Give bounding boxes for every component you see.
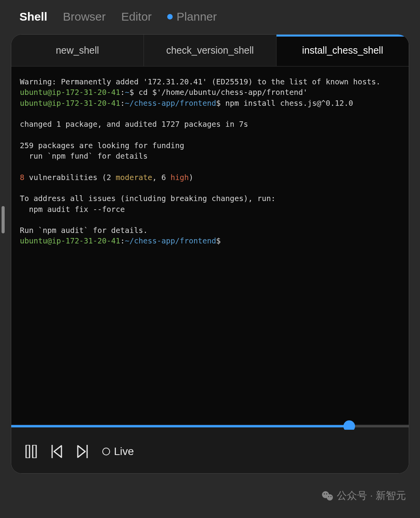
wechat-icon xyxy=(321,490,334,502)
tab-planner[interactable]: Planner xyxy=(167,10,217,23)
live-button[interactable]: Live xyxy=(102,445,134,458)
playback-progress-fill xyxy=(11,425,349,427)
scroll-indicator[interactable] xyxy=(2,206,5,233)
svg-point-6 xyxy=(324,493,325,494)
planner-activity-dot-icon xyxy=(167,14,173,19)
svg-rect-0 xyxy=(26,445,30,458)
live-circle-icon xyxy=(102,448,110,455)
shell-tab-bar: new_shellcheck_version_shellinstall_ches… xyxy=(11,35,409,66)
watermark-text: 公众号 · 新智元 xyxy=(337,489,406,502)
tab-browser[interactable]: Browser xyxy=(63,10,106,23)
shell-tab-new_shell[interactable]: new_shell xyxy=(11,35,144,66)
terminal-panel: new_shellcheck_version_shellinstall_ches… xyxy=(11,34,409,474)
terminal-line xyxy=(20,183,400,193)
terminal-line: run `npm fund` for details xyxy=(20,151,400,161)
terminal-line: ubuntu@ip-172-31-20-41:~$ cd $'/home/ubu… xyxy=(20,87,400,98)
skip-forward-icon[interactable] xyxy=(77,445,88,458)
terminal-line xyxy=(20,108,400,119)
terminal-line: 259 packages are looking for funding xyxy=(20,140,400,151)
terminal-line: ubuntu@ip-172-31-20-41:~/chess-app/front… xyxy=(20,236,400,246)
playback-progress-track[interactable] xyxy=(11,425,409,427)
terminal-line: Warning: Permanently added '172.31.20.41… xyxy=(20,77,400,87)
live-label: Live xyxy=(114,445,134,458)
terminal-line xyxy=(20,130,400,140)
top-tab-bar: Shell Browser Editor Planner xyxy=(0,0,420,30)
skip-back-icon[interactable] xyxy=(51,445,63,458)
terminal-output[interactable]: Warning: Permanently added '172.31.20.41… xyxy=(11,66,409,424)
terminal-line: changed 1 package, and audited 1727 pack… xyxy=(20,119,400,130)
tab-planner-label: Planner xyxy=(177,10,217,23)
terminal-line: npm audit fix --force xyxy=(20,204,400,215)
tab-editor[interactable]: Editor xyxy=(121,10,152,23)
svg-point-5 xyxy=(327,494,333,500)
tab-shell[interactable]: Shell xyxy=(19,10,47,23)
shell-tab-check_version_shell[interactable]: check_version_shell xyxy=(144,35,276,66)
terminal-line: ubuntu@ip-172-31-20-41:~/chess-app/front… xyxy=(20,98,400,108)
terminal-line xyxy=(20,215,400,225)
svg-point-7 xyxy=(326,493,327,494)
shell-tab-install_chess_shell[interactable]: install_chess_shell xyxy=(276,35,409,66)
svg-rect-1 xyxy=(33,445,36,458)
watermark: 公众号 · 新智元 xyxy=(321,489,406,502)
svg-point-9 xyxy=(331,496,332,497)
terminal-line: Run `npm audit` for details. xyxy=(20,225,400,236)
terminal-line xyxy=(20,161,400,172)
svg-point-8 xyxy=(328,496,329,497)
pause-icon[interactable] xyxy=(25,445,37,458)
terminal-line: To address all issues (including breakin… xyxy=(20,193,400,204)
terminal-line: 8 vulnerabilities (2 moderate, 6 high) xyxy=(20,172,400,183)
playback-controls: Live xyxy=(11,430,409,473)
